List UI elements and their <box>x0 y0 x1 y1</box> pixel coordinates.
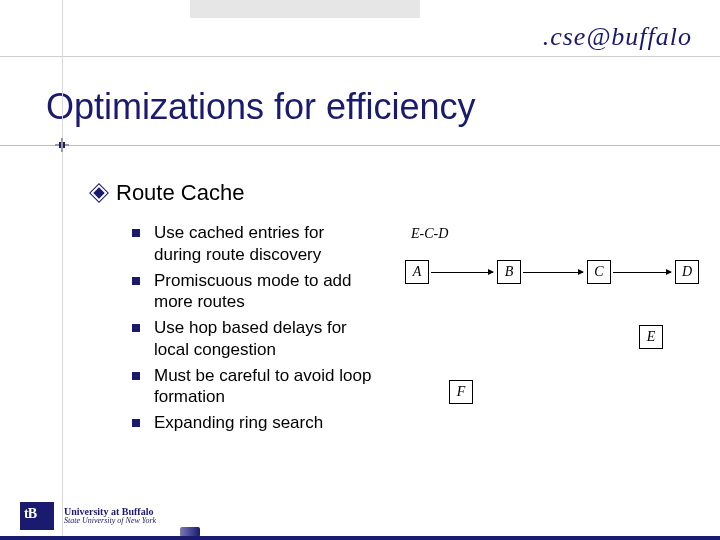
footer-line2: State University of New York <box>64 517 156 525</box>
bullet-item: Must be careful to avoid loop formation <box>132 365 372 409</box>
crosshair-icon <box>55 138 69 152</box>
route-diagram: E-C-D A B C D E F <box>405 220 705 420</box>
node-a: A <box>405 260 429 284</box>
bullet-item: Expanding ring search <box>132 412 372 434</box>
ub-mark-text: tB <box>24 506 36 522</box>
bullet-item: Use hop based delays for local congestio… <box>132 317 372 361</box>
path-label: E-C-D <box>411 226 448 242</box>
node-c: C <box>587 260 611 284</box>
top-divider <box>0 56 720 57</box>
horizontal-rule <box>0 145 720 146</box>
slide-title: Optimizations for efficiency <box>46 86 476 128</box>
ub-logo-icon: tB <box>20 502 54 530</box>
top-accent-bar <box>190 0 420 18</box>
vertical-rule <box>62 0 63 540</box>
section-heading-text: Route Cache <box>116 180 244 206</box>
ub-wordmark: University at Buffalo State University o… <box>64 507 156 526</box>
footer: tB University at Buffalo State Universit… <box>20 502 156 530</box>
cse-buffalo-logo: .cse@buffalo <box>543 22 692 52</box>
footer-bar <box>0 536 720 540</box>
node-e: E <box>639 325 663 349</box>
node-f: F <box>449 380 473 404</box>
node-b: B <box>497 260 521 284</box>
bullet-list: Use cached entries for during route disc… <box>132 222 372 438</box>
bullet-item: Use cached entries for during route disc… <box>132 222 372 266</box>
section-heading: Route Cache <box>92 180 244 206</box>
arrow-a-b <box>431 272 493 273</box>
bullet-item: Promiscuous mode to add more routes <box>132 270 372 314</box>
diamond-bullet-icon <box>89 183 109 203</box>
arrow-b-c <box>523 272 583 273</box>
node-d: D <box>675 260 699 284</box>
arrow-c-d <box>613 272 671 273</box>
